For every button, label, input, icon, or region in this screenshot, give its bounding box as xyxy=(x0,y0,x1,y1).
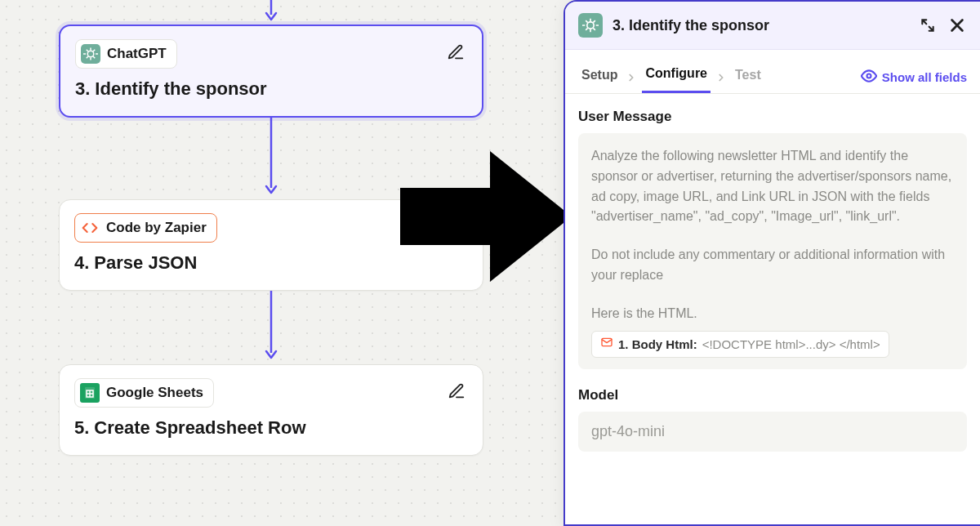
panel-body: User Message Analyze the following newsl… xyxy=(565,94,980,524)
show-all-fields-button[interactable]: Show all fields xyxy=(861,68,967,87)
tab-setup[interactable]: Setup xyxy=(578,63,621,92)
app-badge-sheets[interactable]: Google Sheets xyxy=(74,378,214,408)
panel-step-number: 3. xyxy=(612,17,625,33)
user-message-paragraph: Here is the HTML. xyxy=(591,304,954,324)
code-icon xyxy=(80,218,100,238)
annotation-arrow-icon xyxy=(400,147,572,289)
user-message-label: User Message xyxy=(578,109,967,125)
app-badge-code[interactable]: Code by Zapier xyxy=(74,213,217,243)
app-badge-label: Google Sheets xyxy=(106,385,203,401)
app-badge-label: ChatGPT xyxy=(107,46,167,62)
step-number: 5. xyxy=(74,417,89,439)
edit-icon[interactable] xyxy=(444,41,467,64)
edit-icon[interactable] xyxy=(445,380,468,403)
user-message-input[interactable]: Analyze the following newsletter HTML an… xyxy=(578,133,967,369)
step-name: Parse JSON xyxy=(94,252,197,274)
model-label: Model xyxy=(578,387,967,403)
user-message-paragraph: Do not include any commentary or additio… xyxy=(591,245,954,286)
app-badge-chatgpt[interactable]: ChatGPT xyxy=(75,39,177,69)
svg-point-12 xyxy=(866,74,871,78)
flow-arrow-top xyxy=(59,0,483,25)
step-card-5[interactable]: Google Sheets 5. Create Spreadsheet Row xyxy=(59,364,483,456)
panel-tabs: Setup Configure Test Show all fields xyxy=(565,50,980,93)
panel-step-name: Identify the sponsor xyxy=(629,17,769,33)
svg-point-9 xyxy=(587,22,594,29)
variable-pill-value: <!DOCTYPE html>...dy> </html> xyxy=(702,335,880,354)
mail-icon xyxy=(600,335,613,354)
close-icon[interactable] xyxy=(947,16,967,35)
eye-icon xyxy=(861,68,877,87)
step-config-panel: 3. Identify the sponsor Setup Configure … xyxy=(564,0,980,526)
tab-configure[interactable]: Configure xyxy=(642,61,710,93)
step-number: 3. xyxy=(75,78,90,100)
step-card-3[interactable]: ChatGPT 3. Identify the sponsor xyxy=(59,25,483,118)
chatgpt-icon xyxy=(578,13,603,38)
step-name: Create Spreadsheet Row xyxy=(94,417,305,439)
panel-title: 3. Identify the sponsor xyxy=(612,17,908,34)
model-input[interactable]: gpt-4o-mini xyxy=(578,412,967,452)
variable-pill-body-html[interactable]: 1. Body Html: <!DOCTYPE html>...dy> </ht… xyxy=(591,331,889,358)
step-title: 3. Identify the sponsor xyxy=(75,78,467,100)
show-all-fields-label: Show all fields xyxy=(882,70,967,84)
chatgpt-icon xyxy=(81,44,100,64)
expand-icon[interactable] xyxy=(918,16,938,35)
tab-test[interactable]: Test xyxy=(732,63,764,92)
google-sheets-icon xyxy=(80,383,100,403)
step-number: 4. xyxy=(74,252,89,274)
step-header: ChatGPT xyxy=(75,39,467,69)
model-value: gpt-4o-mini xyxy=(591,423,665,439)
chevron-right-icon xyxy=(626,72,637,83)
svg-marker-8 xyxy=(400,151,572,282)
step-name: Identify the sponsor xyxy=(95,78,266,100)
panel-header: 3. Identify the sponsor xyxy=(565,2,980,50)
chevron-right-icon xyxy=(715,72,727,83)
step-title: 5. Create Spreadsheet Row xyxy=(74,417,468,439)
step-header: Google Sheets xyxy=(74,378,468,408)
app-badge-label: Code by Zapier xyxy=(106,220,207,236)
svg-point-1 xyxy=(87,51,94,57)
user-message-paragraph: Analyze the following newsletter HTML an… xyxy=(591,146,954,227)
flow-arrow xyxy=(59,291,483,364)
variable-pill-key: 1. Body Html: xyxy=(618,335,697,354)
